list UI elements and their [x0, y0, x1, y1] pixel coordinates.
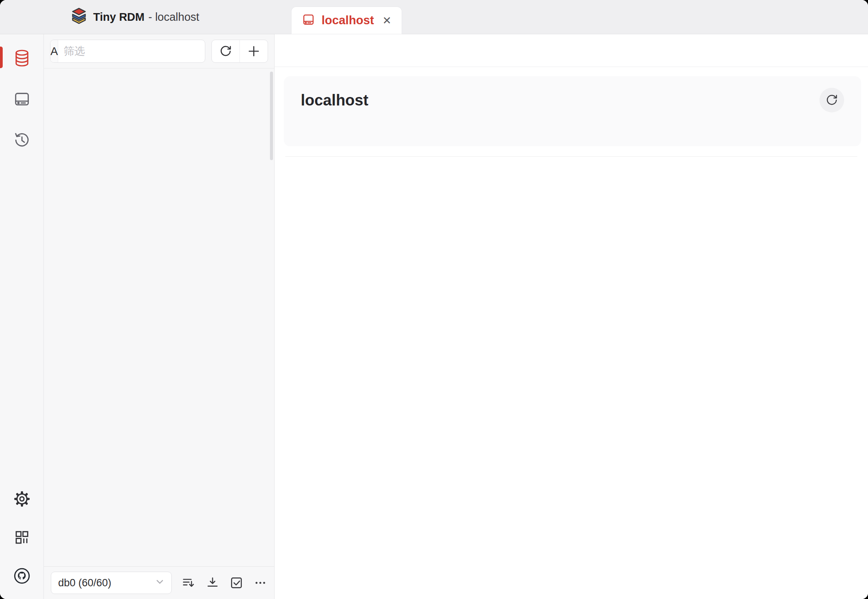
rail-item-history[interactable]	[12, 130, 32, 150]
close-window-button[interactable]	[13, 12, 23, 22]
close-tab-icon[interactable]: ✕	[382, 14, 391, 27]
load-all-button[interactable]	[206, 576, 220, 590]
connection-tab-strip: localhost ✕	[288, 0, 868, 34]
app-logo-icon	[70, 7, 88, 27]
database-select[interactable]: db0 (60/60)	[51, 572, 172, 594]
title-bar: Tiny RDM - localhost localhost ✕	[0, 0, 868, 34]
rail-item-github[interactable]	[12, 566, 32, 586]
tab-localhost[interactable]: localhost ✕	[292, 7, 402, 34]
filter-input[interactable]	[58, 45, 205, 57]
server-name: localhost	[301, 92, 369, 109]
refresh-keys-button[interactable]	[212, 40, 240, 62]
window-title-app: Tiny RDM	[93, 11, 144, 23]
load-more-button[interactable]	[182, 576, 196, 590]
window-title: Tiny RDM - localhost	[93, 11, 199, 23]
rail-item-extensions[interactable]	[12, 527, 32, 547]
refresh-status-button[interactable]	[819, 88, 844, 112]
main-content: localhost	[275, 34, 868, 599]
more-actions-button[interactable]	[253, 576, 267, 590]
filter-row: A ?	[44, 34, 274, 69]
app-window: Tiny RDM - localhost localhost ✕	[0, 0, 868, 599]
rail-item-settings[interactable]	[12, 489, 32, 509]
checkbox-mode-button[interactable]	[230, 576, 243, 590]
charts-grid	[285, 157, 857, 599]
nav-tabs	[275, 34, 868, 67]
title-area: Tiny RDM - localhost	[0, 0, 288, 34]
add-key-button[interactable]	[240, 40, 268, 62]
chevron-down-icon	[155, 577, 164, 589]
tab-label: localhost	[322, 13, 374, 27]
rail-item-browser[interactable]	[12, 48, 32, 68]
server-status-card: localhost	[284, 76, 861, 146]
rail-item-server[interactable]	[12, 89, 32, 109]
sidebar: A ?	[44, 34, 275, 599]
left-rail	[0, 34, 44, 599]
server-icon	[302, 13, 315, 28]
match-mode-button[interactable]: A	[50, 40, 58, 62]
maximize-window-button[interactable]	[45, 12, 55, 22]
filter-box: A ?	[50, 40, 205, 63]
sidebar-status-bar: db0 (60/60)	[44, 566, 274, 599]
minimize-window-button[interactable]	[29, 12, 39, 22]
active-rail-indicator	[0, 47, 3, 68]
window-controls	[13, 12, 55, 22]
window-title-suffix: - localhost	[148, 11, 199, 23]
tree-actions	[211, 40, 268, 63]
activity-panel	[275, 146, 868, 599]
key-tree	[44, 69, 274, 566]
database-select-value: db0 (60/60)	[58, 577, 111, 589]
